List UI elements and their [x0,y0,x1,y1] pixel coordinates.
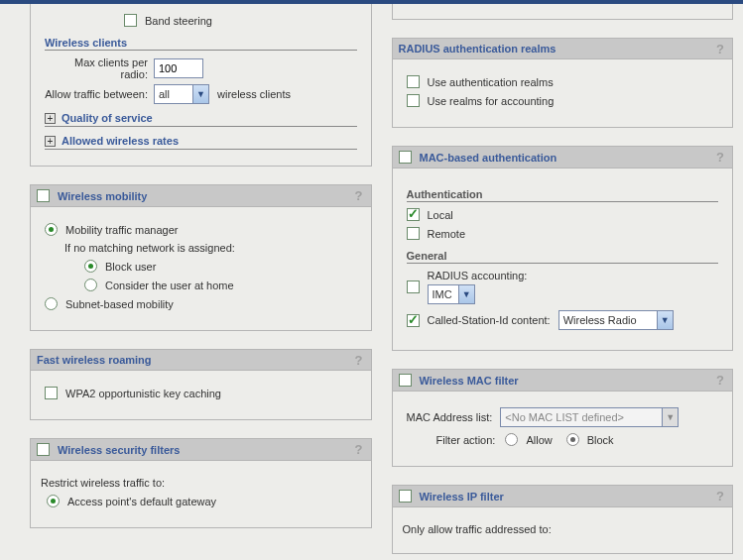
mac-list-label: MAC Address list: [407,411,493,423]
if-no-match-label: If no matching network is assigned: [64,242,235,254]
local-checkbox[interactable] [407,208,420,221]
wireless-mobility-checkbox[interactable] [37,189,50,202]
csid-label: Called-Station-Id content: [428,314,551,326]
ip-filter-title: Wireless IP filter [420,491,504,503]
security-filters-checkbox[interactable] [37,443,50,456]
wireless-mobility-title: Wireless mobility [58,190,147,202]
ap-default-gw-radio[interactable] [47,495,60,507]
allow-traffic-value: all [159,88,186,100]
use-realms-acct-label: Use realms for accounting [428,95,555,107]
mac-list-value: <No MAC LIST defined> [505,411,656,423]
band-steering-checkbox[interactable] [124,14,137,27]
use-auth-realms-label: Use authentication realms [428,76,554,88]
subnet-mobility-radio[interactable] [45,297,58,310]
allow-traffic-label: Allow traffic between: [45,88,154,100]
mac-list-select[interactable]: <No MAC LIST defined> ▼ [500,407,679,427]
allow-traffic-select[interactable]: all ▼ [154,84,209,104]
allow-label: Allow [526,434,552,446]
block-user-label: Block user [105,261,156,273]
allow-radio[interactable] [505,433,518,446]
chevron-down-icon: ▼ [192,85,208,103]
general-heading: General [407,250,719,264]
consider-home-radio[interactable] [84,279,97,291]
consider-home-label: Consider the user at home [105,280,234,291]
local-label: Local [428,209,453,221]
mac-auth-title: MAC-based authentication [420,152,557,164]
remote-checkbox[interactable] [407,227,420,240]
remote-label: Remote [428,228,466,240]
csid-select[interactable]: Wireless Radio ▼ [558,310,674,330]
mac-filter-title: Wireless MAC filter [420,375,519,387]
restrict-label: Restrict wireless traffic to: [41,477,165,489]
block-radio[interactable] [566,433,579,446]
block-label: Block [587,434,614,446]
only-allow-label: Only allow traffic addressed to: [403,523,552,535]
filter-action-label: Filter action: [436,434,496,446]
help-icon[interactable]: ? [716,489,724,504]
help-icon[interactable]: ? [355,188,363,203]
wpa2-okc-checkbox[interactable] [45,387,58,399]
awr-title: Allowed wireless rates [62,135,179,147]
help-icon[interactable]: ? [716,150,724,165]
authentication-heading: Authentication [407,188,719,202]
csid-checkbox[interactable] [407,314,420,327]
ip-filter-checkbox[interactable] [399,490,412,503]
mac-auth-checkbox[interactable] [399,151,412,164]
block-user-radio[interactable] [84,260,97,273]
radius-acct-value: IMC [433,288,452,300]
max-clients-label: Max clients per radio: [45,56,154,80]
chevron-down-icon: ▼ [657,311,673,329]
plus-icon: + [45,113,56,124]
use-auth-realms-checkbox[interactable] [407,75,420,88]
wpa2-label: WPA2 opportunistic key caching [65,388,221,399]
ap-default-gw-label: Access point's default gateway [67,496,216,507]
qos-title: Quality of service [62,112,153,124]
chevron-down-icon: ▼ [458,285,474,303]
security-filters-title: Wireless security filters [58,444,180,456]
fast-roaming-title: Fast wireless roaming [37,354,152,366]
radius-realms-title: RADIUS authentication realms [399,43,557,55]
use-realms-acct-checkbox[interactable] [407,94,420,107]
mobility-traffic-manager-radio[interactable] [45,223,58,236]
allowed-wireless-rates-expander[interactable]: + Allowed wireless rates [45,133,357,150]
plus-icon: + [45,136,56,147]
mac-filter-checkbox[interactable] [399,374,412,387]
radius-acct-checkbox[interactable] [407,280,420,293]
chevron-down-icon: ▼ [662,408,678,426]
subnet-label: Subnet-based mobility [65,298,174,310]
wireless-clients-heading: Wireless clients [45,37,357,51]
help-icon[interactable]: ? [716,42,724,56]
quality-of-service-expander[interactable]: + Quality of service [45,110,357,127]
help-icon[interactable]: ? [355,353,363,368]
radius-acct-label: RADIUS accounting: [428,270,528,281]
mtm-label: Mobility traffic manager [65,224,179,236]
help-icon[interactable]: ? [716,373,724,388]
allow-traffic-suffix: wireless clients [217,88,291,100]
radius-acct-select[interactable]: IMC ▼ [428,284,475,304]
csid-value: Wireless Radio [563,314,651,326]
help-icon[interactable]: ? [355,442,363,457]
band-steering-label: Band steering [145,15,212,27]
max-clients-input[interactable] [154,58,203,78]
